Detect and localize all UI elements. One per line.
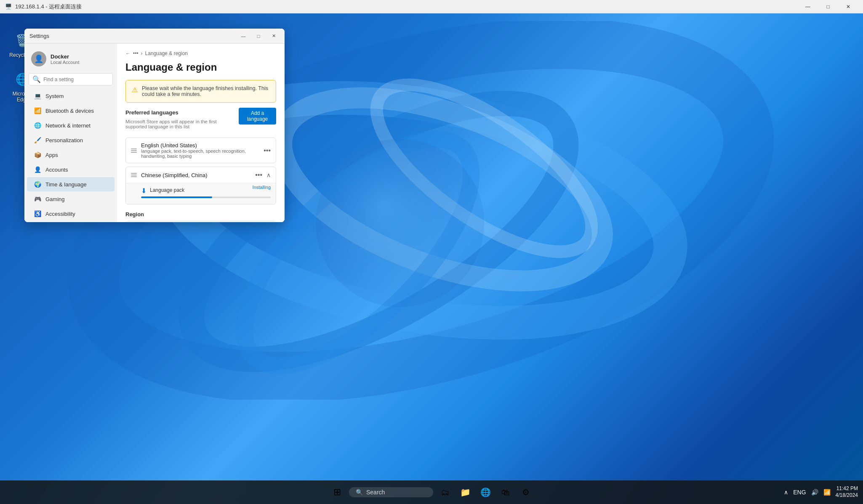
- language-card-chinese: Chinese (Simplified, China) ••• ∧ ⬇ Lang…: [125, 167, 276, 204]
- install-status: Installing: [253, 185, 271, 190]
- preferred-languages-subtitle: Microsoft Store apps will appear in the …: [125, 119, 239, 129]
- taskbar-center: ⊞ 🔍 Search 🗂 📁 🌐 🛍 ⚙: [329, 484, 534, 501]
- region-title: Region: [125, 211, 276, 218]
- accounts-icon: 👤: [34, 166, 41, 173]
- titlebar-maximize[interactable]: □: [818, 0, 838, 13]
- warning-text: Please wait while the language finishes …: [142, 85, 270, 97]
- language-card-english: English (United States) language pack, t…: [125, 138, 276, 163]
- user-sub: Local Account: [51, 60, 80, 65]
- sidebar-item-accessibility[interactable]: ♿ Accessibility: [27, 207, 115, 221]
- widgets-button[interactable]: 🗂: [437, 484, 453, 501]
- breadcrumb: ← ••• › Language & region: [125, 50, 276, 56]
- sidebar-label-network: Network & internet: [45, 122, 91, 129]
- accessibility-icon: ♿: [34, 210, 41, 218]
- language-row-english: English (United States) language pack, t…: [126, 138, 276, 163]
- progress-bar-bg: [141, 196, 271, 198]
- svg-point-6: [316, 139, 484, 307]
- taskbar-search[interactable]: 🔍 Search: [349, 487, 433, 497]
- system-icon: 💻: [34, 92, 41, 100]
- region-card: 🌐 Country or region Windows and apps mig…: [125, 221, 276, 222]
- sidebar-search-icon: 🔍: [32, 75, 41, 83]
- language-name-chinese: Chinese (Simplified, China): [141, 172, 251, 178]
- sidebar-item-time-language[interactable]: 🌍 Time & language: [27, 177, 115, 191]
- sidebar-item-personalization[interactable]: 🖌️ Personalization: [27, 133, 115, 147]
- page-title: Language & region: [125, 61, 276, 73]
- settings-titlebar: Settings — □ ✕: [24, 29, 285, 44]
- sidebar-item-privacy-security[interactable]: 🔒 Privacy & security: [27, 221, 115, 222]
- breadcrumb-back-btn[interactable]: ←: [125, 50, 131, 56]
- install-row-chinese: ⬇ Language pack Installing: [126, 183, 276, 204]
- sidebar-search-box[interactable]: 🔍: [29, 73, 113, 85]
- settings-maximize-btn[interactable]: □: [251, 30, 266, 42]
- tray-volume-icon[interactable]: 🔊: [810, 488, 820, 496]
- system-tray: ∧ ENG 🔊 📶: [782, 488, 832, 496]
- sidebar-label-gaming: Gaming: [45, 196, 65, 202]
- sidebar-item-network[interactable]: 🌐 Network & internet: [27, 118, 115, 133]
- gaming-icon: 🎮: [34, 195, 41, 203]
- breadcrumb-dots[interactable]: •••: [133, 50, 139, 56]
- language-name-english: English (United States): [141, 142, 259, 149]
- user-section[interactable]: 👤 Docker Local Account: [24, 47, 117, 72]
- sidebar-label-personalization: Personalization: [45, 137, 83, 143]
- user-name: Docker: [51, 53, 80, 60]
- breadcrumb-arrow: ›: [141, 50, 143, 56]
- settings-taskbar-button[interactable]: ⚙: [517, 484, 534, 501]
- bluetooth-icon: 📶: [34, 107, 41, 114]
- sidebar-item-gaming[interactable]: 🎮 Gaming: [27, 192, 115, 206]
- language-more-chinese[interactable]: •••: [255, 171, 262, 179]
- install-label: Language pack: [150, 187, 184, 193]
- language-info-chinese: Chinese (Simplified, China): [141, 172, 251, 178]
- tray-chevron[interactable]: ∧: [782, 488, 790, 496]
- sidebar-item-apps[interactable]: 📦 Apps: [27, 148, 115, 162]
- time-display[interactable]: 11:42 PM 4/18/2024: [836, 485, 858, 499]
- taskbar: ⊞ 🔍 Search 🗂 📁 🌐 🛍 ⚙ ∧ ENG 🔊 📶: [0, 480, 863, 504]
- sidebar-search-input[interactable]: [43, 77, 109, 82]
- download-icon: ⬇: [141, 187, 146, 195]
- tray-network-icon[interactable]: 📶: [822, 488, 832, 496]
- settings-sidebar: 👤 Docker Local Account 🔍 💻 System: [24, 44, 117, 222]
- content-area: ← ••• › Language & region Language & reg…: [117, 44, 285, 222]
- add-language-button[interactable]: Add a language: [239, 108, 276, 125]
- sidebar-label-accounts: Accounts: [45, 167, 68, 173]
- taskbar-search-icon: 🔍: [356, 489, 363, 496]
- current-date: 4/18/2024: [836, 492, 858, 499]
- personalization-icon: 🖌️: [34, 136, 41, 144]
- sidebar-label-accessibility: Accessibility: [45, 211, 75, 217]
- preferred-languages-info: Preferred languages Microsoft Store apps…: [125, 109, 239, 133]
- sidebar-item-bluetooth[interactable]: 📶 Bluetooth & devices: [27, 103, 115, 118]
- drag-handle-english[interactable]: [131, 149, 137, 153]
- titlebar-minimize[interactable]: —: [798, 0, 818, 13]
- sidebar-item-system[interactable]: 💻 System: [27, 89, 115, 103]
- preferred-languages-title: Preferred languages: [125, 109, 239, 116]
- file-explorer-button[interactable]: 📁: [457, 484, 474, 501]
- language-info-english: English (United States) language pack, t…: [141, 142, 259, 159]
- desktop: 🗑️ Recycle Bin 🌐 Microsoft Edge 🖥️ 192.1…: [0, 0, 863, 504]
- language-row-chinese: Chinese (Simplified, China) ••• ∧: [126, 167, 276, 183]
- drag-handle-chinese[interactable]: [131, 173, 137, 177]
- taskbar-right: ∧ ENG 🔊 📶 11:42 PM 4/18/2024: [782, 485, 858, 499]
- progress-bar-fill: [141, 196, 212, 198]
- language-features-english: language pack, text-to-speech, speech re…: [141, 149, 259, 159]
- language-expand-chinese[interactable]: ∧: [266, 172, 271, 178]
- sidebar-item-accounts[interactable]: 👤 Accounts: [27, 162, 115, 177]
- settings-minimize-btn[interactable]: —: [236, 30, 251, 42]
- remote-icon: 🖥️: [5, 3, 12, 10]
- sidebar-label-time-language: Time & language: [45, 181, 87, 188]
- titlebar-close[interactable]: ✕: [839, 0, 858, 13]
- settings-close-btn[interactable]: ✕: [266, 30, 281, 42]
- language-more-english[interactable]: •••: [264, 147, 271, 154]
- start-button[interactable]: ⊞: [329, 484, 346, 501]
- settings-window: Settings — □ ✕ 👤 Docker Local Account: [24, 29, 285, 222]
- time-language-icon: 🌍: [34, 180, 41, 188]
- settings-body: 👤 Docker Local Account 🔍 💻 System: [24, 44, 285, 222]
- edge-taskbar-button[interactable]: 🌐: [477, 484, 494, 501]
- apps-icon: 📦: [34, 151, 41, 159]
- store-taskbar-button[interactable]: 🛍: [497, 484, 514, 501]
- warning-banner: ⚠ Please wait while the language finishe…: [125, 80, 276, 103]
- current-time: 11:42 PM: [836, 485, 858, 492]
- tray-lang[interactable]: ENG: [791, 488, 807, 496]
- titlebar-left: 🖥️ 192.168.1.4 - 远程桌面连接: [5, 3, 82, 11]
- sidebar-label-bluetooth: Bluetooth & devices: [45, 108, 94, 114]
- sidebar-label-apps: Apps: [45, 152, 58, 158]
- breadcrumb-current: Language & region: [145, 50, 188, 56]
